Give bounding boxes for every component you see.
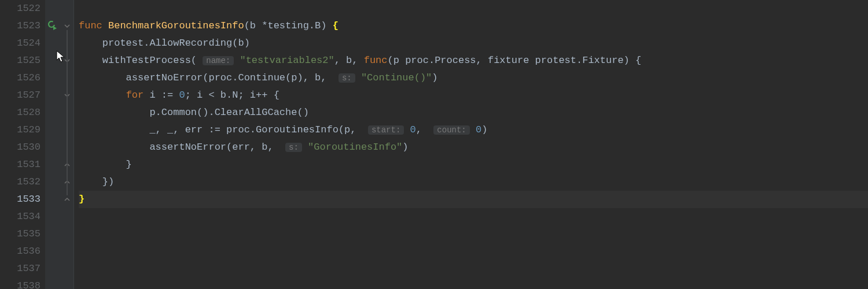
code-line[interactable]: _, _, err := proc.GoroutinesInfo(p, star… [79,121,868,139]
code-token: } [79,159,132,170]
code-line[interactable]: } [79,156,868,173]
line-number[interactable]: 1537 [0,260,41,277]
code-token: "GoroutinesInfo" [308,142,402,153]
code-token: func [364,55,388,66]
line-number[interactable]: 1525 [0,52,41,69]
line-number[interactable]: 1522 [0,0,41,17]
code-line[interactable]: assertNoError(err, b, s: "GoroutinesInfo… [79,139,868,156]
code-token [404,124,410,135]
code-token: { [333,20,339,31]
code-token: for [126,90,150,101]
code-token: _, _, err := proc.GoroutinesInfo(p, [79,124,368,135]
code-token: ) [481,124,487,135]
code-token: withTestProcess( [79,55,203,66]
code-token: ) [432,72,437,83]
code-token: s: [339,73,355,83]
code-token: }) [79,176,114,187]
code-token [79,90,126,101]
code-token: 0 [410,124,416,135]
line-number[interactable]: 1530 [0,139,41,156]
code-token: p.Common().ClearAllGCache() [79,107,309,118]
line-number[interactable]: 1535 [0,225,41,243]
code-line[interactable] [79,225,868,243]
line-number[interactable]: 1528 [0,104,41,121]
code-token [234,55,240,66]
code-area[interactable]: func BenchmarkGoroutinesInfo(b *testing.… [74,0,868,289]
code-token: s: [285,143,302,152]
code-token [470,124,476,135]
code-token: ) [402,142,408,153]
line-number[interactable]: 1534 [0,208,41,225]
code-token: "testvariables2" [240,55,334,66]
line-number[interactable]: 1533 [0,191,41,208]
code-token: start: [368,125,404,135]
line-number[interactable]: 1538 [0,277,41,289]
code-token: func [79,20,108,31]
code-line[interactable]: protest.AllowRecording(b) [79,35,868,52]
code-token: i := [149,90,179,101]
code-token: assertNoError(proc.Continue(p), b, [79,72,339,83]
code-token: } [79,194,84,205]
line-number[interactable]: 1526 [0,69,41,87]
code-line[interactable] [79,243,868,260]
code-line[interactable]: withTestProcess( name: "testvariables2",… [79,52,868,69]
code-token [302,142,308,153]
fold-close-icon[interactable] [63,195,71,203]
line-number[interactable]: 1536 [0,243,41,260]
code-token [355,72,361,83]
code-token: (p proc.Process, fixture protest.Fixture… [388,55,642,66]
code-line[interactable]: } [79,191,868,208]
fold-open-icon[interactable] [63,22,71,30]
code-line[interactable]: p.Common().ClearAllGCache() [79,104,868,121]
code-token: BenchmarkGoroutinesInfo [108,20,244,31]
code-token: "Continue()" [361,72,432,83]
code-line[interactable] [79,277,868,289]
code-token: name: [203,56,234,65]
code-token: 0 [179,90,185,101]
code-token: , b, [334,55,364,66]
line-number-gutter[interactable]: 1522152315241525152615271528152915301531… [0,0,45,289]
run-gutter[interactable] [45,0,61,289]
code-token: count: [433,125,469,135]
code-line[interactable] [79,0,868,17]
code-line[interactable] [79,260,868,277]
code-token: (b *testing.B) [244,20,333,31]
run-test-icon[interactable] [48,21,58,31]
line-number[interactable]: 1524 [0,35,41,52]
line-number[interactable]: 1532 [0,173,41,191]
code-line[interactable] [79,208,868,225]
code-token: , [416,124,434,135]
line-number[interactable]: 1531 [0,156,41,173]
code-token: 0 [476,124,481,135]
line-number[interactable]: 1527 [0,87,41,104]
code-line[interactable]: for i := 0; i < b.N; i++ { [79,87,868,104]
code-line[interactable]: }) [79,173,868,191]
fold-guide-line [67,30,68,195]
code-token: protest.AllowRecording(b) [79,38,250,49]
code-editor[interactable]: 1522152315241525152615271528152915301531… [0,0,868,289]
code-token: assertNoError(err, b, [79,142,285,153]
code-line[interactable]: func BenchmarkGoroutinesInfo(b *testing.… [79,17,868,35]
line-number[interactable]: 1529 [0,121,41,139]
line-number[interactable]: 1523 [0,17,41,35]
code-line[interactable]: assertNoError(proc.Continue(p), b, s: "C… [79,69,868,87]
code-token: ; i < b.N; i++ { [185,90,279,101]
fold-gutter[interactable] [61,0,74,289]
